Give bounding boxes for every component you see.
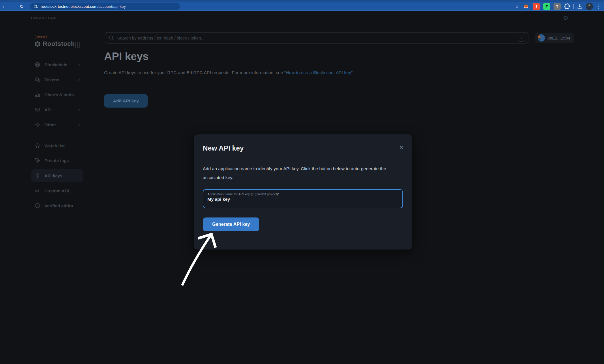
sidebar-item-api-keys[interactable]: API keys — [31, 169, 83, 182]
sidebar-item-label: Custom ABI — [44, 188, 69, 193]
pin-icon — [534, 4, 539, 8]
site-settings-icon[interactable] — [33, 4, 38, 9]
sidebar-item-verified-addrs[interactable]: Verified addrs — [31, 199, 83, 212]
green-extension-icon[interactable] — [543, 3, 550, 10]
sidebar-item-tokens[interactable]: Tokens › — [31, 73, 83, 86]
close-icon[interactable]: ✕ — [399, 145, 404, 150]
t-extension-icon[interactable]: T — [554, 3, 561, 10]
page-description: Create API keys to use for your RPC and … — [104, 70, 354, 75]
generate-api-key-button[interactable]: Generate API key — [203, 217, 259, 231]
settings-gear-icon[interactable]: ⚙ — [563, 15, 569, 22]
account-avatar — [538, 34, 545, 42]
browser-menu-icon[interactable]: ⋮ — [596, 3, 601, 10]
toolbar-separator — [573, 4, 574, 9]
gear-icon — [35, 122, 40, 127]
bar-chart-icon — [35, 92, 40, 97]
sidebar-item-label: Blockchain — [44, 62, 67, 67]
description-text: Create API keys to use for your RPC and … — [104, 70, 284, 75]
application-name-label: Application name for API key (e.g Web3 p… — [207, 192, 398, 196]
chevron-right-icon: › — [78, 107, 80, 112]
url-text[interactable]: rootstock-testnet.blockscout.com/account… — [41, 4, 126, 9]
sidebar-item-watch-list[interactable]: Watch list — [31, 139, 83, 152]
sidebar: testnet Rootstock Blockchain › — [0, 11, 90, 364]
check-circle-icon — [35, 203, 40, 209]
rootstock-logo[interactable]: Rootstock — [34, 40, 74, 48]
extensions-puzzle-icon[interactable] — [564, 3, 570, 10]
sidebar-item-label: Private tags — [44, 158, 69, 163]
chevron-right-icon: › — [78, 62, 80, 67]
add-api-key-button[interactable]: Add API key — [104, 94, 148, 108]
sidebar-item-label: Verified addrs — [44, 203, 73, 208]
stripe-glyph-icon — [545, 5, 549, 8]
logo-text: Rootstock — [43, 40, 74, 48]
tab-strip — [0, 0, 604, 2]
sidebar-item-label: Watch list — [44, 143, 65, 148]
account-button[interactable]: 0xE1...15b4 — [535, 33, 574, 43]
sidebar-item-label: API — [44, 107, 52, 112]
browser-chrome: ← → ↻ rootstock-testnet.blockscout.com/a… — [0, 0, 604, 11]
chevron-right-icon: › — [78, 122, 80, 127]
coins-icon — [35, 77, 40, 82]
new-api-key-modal: New API key ✕ Add an application name to… — [194, 134, 412, 249]
bookmark-star-icon[interactable]: ☆ — [515, 3, 519, 10]
search-input[interactable] — [117, 35, 515, 40]
address-bar[interactable]: rootstock-testnet.blockscout.com/account… — [30, 3, 180, 10]
tag-lock-icon — [35, 157, 40, 163]
chevron-right-icon: › — [78, 77, 80, 82]
sidebar-item-other[interactable]: Other › — [31, 118, 83, 131]
code-icon: </> — [35, 188, 40, 194]
api-key-doc-link[interactable]: “How to use a Blockscout API key” — [284, 70, 353, 75]
description-suffix: . — [353, 70, 354, 75]
svg-text:API: API — [36, 109, 39, 111]
browser-profile-avatar[interactable] — [586, 3, 593, 10]
star-icon — [35, 143, 40, 149]
red-extension-icon[interactable] — [533, 3, 540, 10]
reload-button[interactable]: ↻ — [17, 3, 26, 10]
search-bar[interactable]: / — [105, 32, 528, 44]
sidebar-item-private-tags[interactable]: Private tags — [31, 154, 83, 167]
page-title: API keys — [104, 50, 149, 63]
sidebar-item-label: Tokens — [44, 77, 59, 82]
sidebar-item-api[interactable]: API API › — [31, 103, 83, 116]
network-badge: testnet — [35, 35, 47, 39]
apps-grid-icon[interactable] — [74, 42, 80, 48]
modal-title: New API key — [203, 144, 244, 152]
sidebar-divider — [31, 135, 83, 135]
forward-button[interactable]: → — [9, 3, 17, 10]
url-host: rootstock-testnet.blockscout.com — [41, 4, 97, 9]
account-address: 0xE1...15b4 — [547, 36, 570, 40]
sidebar-item-charts-stats[interactable]: Charts & stats — [31, 88, 83, 101]
page-background: Gas < 0.1 Gwei ⚙ testnet Rootstock Block… — [0, 11, 604, 364]
search-icon — [109, 35, 114, 41]
back-button[interactable]: ← — [0, 3, 9, 10]
sidebar-item-blockchain[interactable]: Blockchain › — [31, 58, 83, 71]
rootstock-logo-icon — [34, 40, 41, 47]
url-path: /account/api-key — [97, 4, 126, 9]
sidebar-item-label: API keys — [44, 173, 63, 178]
globe-icon — [35, 62, 40, 67]
modal-description: Add an application name to identify your… — [203, 164, 402, 182]
sidebar-item-custom-abi[interactable]: </> Custom ABI — [31, 184, 83, 197]
application-name-input[interactable] — [207, 197, 398, 202]
download-icon[interactable] — [577, 3, 583, 9]
application-name-field[interactable]: Application name for API key (e.g Web3 p… — [203, 189, 403, 208]
metamask-extension-icon[interactable]: 🦊 — [522, 3, 530, 10]
search-shortcut-hint: / — [518, 34, 525, 42]
sidebar-item-label: Charts & stats — [44, 92, 74, 97]
sidebar-item-label: Other — [44, 122, 56, 127]
key-icon — [35, 173, 40, 179]
api-badge-icon: API — [35, 107, 40, 112]
